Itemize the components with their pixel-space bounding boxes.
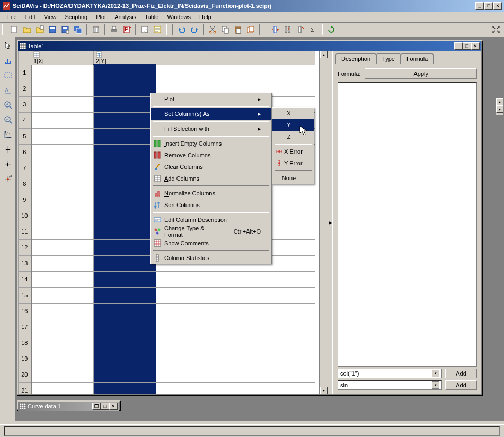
table-maximize-button[interactable]: □ xyxy=(463,42,471,50)
cell-selected[interactable] xyxy=(94,224,156,239)
pointer-icon[interactable] xyxy=(2,39,14,52)
minimize-button[interactable]: _ xyxy=(475,2,484,10)
cell[interactable] xyxy=(31,367,94,382)
maximize-button[interactable]: □ xyxy=(484,2,493,10)
save-template-icon[interactable] xyxy=(59,24,71,35)
submenu-x-error[interactable]: X Error xyxy=(272,146,314,157)
cell[interactable] xyxy=(31,335,94,351)
explorer-icon[interactable] xyxy=(139,24,151,35)
function-dropdown[interactable]: sin▾ xyxy=(338,380,442,390)
cursor-v-icon[interactable] xyxy=(2,158,14,171)
row-header[interactable]: 4 xyxy=(19,112,31,128)
table-minimize-button[interactable]: _ xyxy=(454,42,463,50)
cell-selected[interactable] xyxy=(94,271,156,287)
cell[interactable] xyxy=(31,112,94,128)
statistics-icon[interactable]: Σ xyxy=(307,24,319,35)
row-header[interactable]: 9 xyxy=(19,192,31,208)
recalculate-icon[interactable] xyxy=(325,24,337,35)
redo-icon[interactable] xyxy=(189,24,200,35)
cell-selected[interactable] xyxy=(94,96,156,112)
cell[interactable] xyxy=(31,255,94,271)
panel-collapse-handle[interactable] xyxy=(328,51,333,394)
close-button[interactable]: × xyxy=(493,2,502,10)
row-header[interactable]: 21 xyxy=(19,382,31,394)
apply-button[interactable]: Apply xyxy=(365,68,477,79)
tab-formula[interactable]: Formula xyxy=(401,53,434,64)
table-vertical-scrollbar[interactable]: ▴ ▾ xyxy=(319,51,328,394)
menu-scripting[interactable]: Scripting xyxy=(60,13,92,21)
data-reader-icon[interactable] xyxy=(2,54,14,67)
mdi-scroll-handle[interactable]: ▴ ▾ xyxy=(496,97,504,115)
submenu-y[interactable]: Y xyxy=(272,119,314,131)
cell-selected[interactable] xyxy=(94,335,156,351)
import-icon[interactable] xyxy=(90,24,102,35)
cell[interactable] xyxy=(31,319,94,335)
open-template-icon[interactable] xyxy=(34,24,46,35)
row-header[interactable]: 10 xyxy=(19,208,31,224)
cell-selected[interactable] xyxy=(94,382,156,394)
row-header[interactable]: 14 xyxy=(19,271,31,287)
ctx-edit-column-description[interactable]: Edit Column Description xyxy=(151,214,271,226)
row-header[interactable]: 12 xyxy=(19,239,31,255)
cell-selected[interactable] xyxy=(94,351,156,367)
add-column-icon[interactable] xyxy=(269,24,281,35)
ctx-plot[interactable]: Plot▶ xyxy=(151,93,271,105)
ctx-show-comments[interactable]: Show Comments xyxy=(151,237,271,249)
cell-selected[interactable] xyxy=(94,239,156,255)
menu-file[interactable]: File xyxy=(3,13,21,21)
column-header-x[interactable]: 1.2 1[X] xyxy=(31,51,94,65)
menu-view[interactable]: View xyxy=(40,13,61,21)
column-header-y[interactable]: 1.2 2[Y] xyxy=(94,51,156,65)
curve-restore-button[interactable]: ❐ xyxy=(92,403,101,410)
cell[interactable] xyxy=(31,271,94,287)
menu-plot[interactable]: Plot xyxy=(92,13,110,21)
cell[interactable] xyxy=(31,144,94,160)
row-header[interactable]: 6 xyxy=(19,144,31,160)
submenu-y-error[interactable]: Y Error xyxy=(272,157,314,169)
row-header[interactable]: 7 xyxy=(19,160,31,176)
cell[interactable] xyxy=(31,81,94,96)
scroll-up-button[interactable]: ▴ xyxy=(320,51,328,58)
row-header[interactable]: 1 xyxy=(19,65,31,81)
submenu-x[interactable]: X xyxy=(272,108,314,119)
paste-icon[interactable] xyxy=(232,24,244,35)
tab-type[interactable]: Type xyxy=(376,53,401,64)
cell[interactable] xyxy=(31,208,94,224)
new-project-icon[interactable] xyxy=(8,24,20,35)
cell[interactable] xyxy=(31,224,94,239)
insert-column-icon[interactable]: + xyxy=(282,24,294,35)
open-icon[interactable] xyxy=(21,24,33,35)
menu-analysis[interactable]: Analysis xyxy=(110,13,140,21)
undo-icon[interactable] xyxy=(176,24,188,35)
export-pdf-icon[interactable]: PDF xyxy=(121,24,132,35)
ctx-column-statistics[interactable]: Column Statistics xyxy=(151,252,271,264)
cell-selected[interactable] xyxy=(94,303,156,319)
curve-close-button[interactable]: × xyxy=(109,403,118,410)
toolbar-grip-2[interactable] xyxy=(170,24,173,35)
cell-selected[interactable] xyxy=(94,112,156,128)
row-header[interactable]: 13 xyxy=(19,255,31,271)
add-function-button[interactable]: Add xyxy=(445,380,477,390)
scroll-down-button[interactable]: ▾ xyxy=(320,387,328,394)
cell-selected[interactable] xyxy=(94,208,156,224)
duplicate-icon[interactable] xyxy=(245,24,257,35)
row-header[interactable]: 8 xyxy=(19,176,31,192)
toolbar-grip[interactable] xyxy=(2,24,5,35)
row-header[interactable]: 5 xyxy=(19,128,31,144)
column-reference-dropdown[interactable]: col("1")▾ xyxy=(338,369,442,378)
save-icon[interactable] xyxy=(47,24,58,35)
menu-table[interactable]: Table xyxy=(140,13,163,21)
cell[interactable] xyxy=(31,239,94,255)
select-data-icon[interactable] xyxy=(2,69,14,82)
ctx-add-columns[interactable]: Add Columns xyxy=(151,173,271,184)
ctx-remove-columns[interactable]: Remove Columns xyxy=(151,149,271,161)
cell-selected[interactable] xyxy=(94,287,156,303)
submenu-none[interactable]: None xyxy=(272,172,314,184)
row-header[interactable]: 2 xyxy=(19,81,31,96)
cell-selected[interactable] xyxy=(94,128,156,144)
cell-selected[interactable] xyxy=(94,160,156,176)
ctx-set-column-as[interactable]: Set Column(s) As▶ xyxy=(151,108,271,120)
formula-textarea[interactable] xyxy=(338,82,477,367)
row-header[interactable]: 20 xyxy=(19,367,31,382)
print-icon[interactable] xyxy=(108,24,120,35)
